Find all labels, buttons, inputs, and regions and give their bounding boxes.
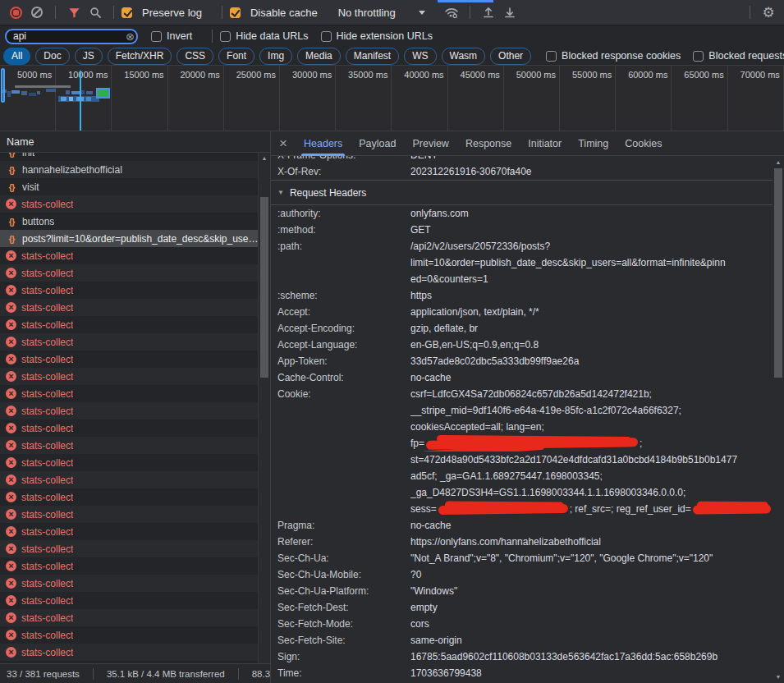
filter-pill-img[interactable]: Img xyxy=(259,48,292,65)
request-row[interactable]: ×stats-collect xyxy=(0,333,259,351)
request-row[interactable]: {}posts?limit=10&order=publish_date_desc… xyxy=(0,230,259,247)
request-row[interactable]: ×stats-collect xyxy=(0,437,259,454)
header-row: Accept-Encoding:gzip, deflate, br xyxy=(271,320,773,337)
filter-pill-manifest[interactable]: Manifest xyxy=(346,48,399,65)
filter-pill-js[interactable]: JS xyxy=(75,48,103,65)
error-icon: × xyxy=(6,474,16,485)
header-row: Accept-Language:en-GB,en-US;q=0.9,en;q=0… xyxy=(271,337,773,353)
error-icon: × xyxy=(6,250,16,261)
request-row[interactable]: {}init xyxy=(0,153,259,161)
header-value: "Windows" xyxy=(410,583,773,599)
tab-payload[interactable]: Payload xyxy=(351,131,404,156)
waterfall-bar xyxy=(7,91,11,97)
filter-pill-font[interactable]: Font xyxy=(218,48,254,65)
checkbox-hide-data-urls[interactable]: Hide data URLs xyxy=(220,30,308,42)
filter-pill-ws[interactable]: WS xyxy=(404,48,436,65)
scrollbar-thumb[interactable] xyxy=(774,168,782,378)
scroll-up-icon[interactable]: ▲ xyxy=(259,153,270,163)
timeline-overview[interactable]: 5000 ms10000 ms15000 ms20000 ms25000 ms3… xyxy=(0,66,784,131)
disable-cache-checkbox[interactable]: Disable cache xyxy=(230,7,318,19)
header-row: :path:/api2/v2/users/20572336/posts?limi… xyxy=(271,238,773,287)
header-row: Sign:16785:5aad9602cf110608b03133de56364… xyxy=(271,649,773,665)
import-har-button[interactable] xyxy=(478,2,499,22)
request-rows: {}init{}hannahelizabethofficial{}visit×s… xyxy=(0,153,259,663)
scroll-down-icon[interactable]: ▼ xyxy=(773,672,784,682)
filter-pill-doc[interactable]: Doc xyxy=(35,48,69,65)
filter-pill-all[interactable]: All xyxy=(3,48,30,65)
request-row[interactable]: ×stats-collect xyxy=(0,488,259,506)
request-row[interactable]: ×stats-collect xyxy=(0,247,259,264)
request-row[interactable]: ×stats-collect xyxy=(0,471,259,488)
throttling-dropdown[interactable]: No throttling xyxy=(333,7,425,19)
tab-cookies[interactable]: Cookies xyxy=(617,131,670,156)
tab-timing[interactable]: Timing xyxy=(570,131,617,156)
checkbox-invert[interactable]: Invert xyxy=(151,30,192,42)
request-row[interactable]: ×stats-collect xyxy=(0,644,259,661)
request-row[interactable]: ×stats-collect xyxy=(0,402,259,419)
clear-filter-icon[interactable]: ⊗ xyxy=(126,30,135,44)
request-row[interactable]: ×stats-collect xyxy=(0,540,259,557)
tab-initiator[interactable]: Initiator xyxy=(520,131,570,156)
request-row[interactable]: ×stats-collect xyxy=(0,419,259,437)
request-row[interactable]: ×stats-collect xyxy=(0,385,259,402)
header-name: Sec-Ch-Ua-Platform: xyxy=(277,583,410,599)
request-row[interactable]: ×stats-collect xyxy=(0,506,259,523)
request-row[interactable]: ×stats-collect xyxy=(0,523,259,540)
filter-pill-css[interactable]: CSS xyxy=(177,48,213,65)
checkbox-hide-extension-urls[interactable]: Hide extension URLs xyxy=(321,30,433,42)
checkbox-blocked-response-cookies[interactable]: Blocked response cookies xyxy=(546,50,681,62)
request-name: stats-collect xyxy=(21,285,73,296)
section-title: Request Headers xyxy=(290,187,366,199)
filter-pill-media[interactable]: Media xyxy=(297,48,341,65)
name-column-header[interactable]: Name xyxy=(0,131,270,153)
scrollbar-thumb[interactable] xyxy=(260,197,268,378)
waterfall-bar xyxy=(15,85,71,88)
filter-pill-wasm[interactable]: Wasm xyxy=(442,48,486,65)
request-name: hannahelizabethofficial xyxy=(22,164,122,176)
export-har-button[interactable] xyxy=(499,2,520,22)
tab-response[interactable]: Response xyxy=(457,131,520,156)
request-row[interactable]: ×stats-collect xyxy=(0,626,259,644)
error-icon: × xyxy=(6,388,16,399)
request-row[interactable]: ×stats-collect xyxy=(0,282,259,299)
section-header-request-headers[interactable]: ▼Request Headers xyxy=(271,181,773,205)
header-value: no-cache xyxy=(410,369,773,386)
request-row[interactable]: {}buttons xyxy=(0,213,259,230)
settings-button[interactable]: ⚙ xyxy=(758,2,779,22)
request-row[interactable]: ×stats-collect xyxy=(0,195,259,213)
request-row[interactable]: ×stats-collect xyxy=(0,264,259,282)
header-name: Sec-Fetch-Site: xyxy=(277,632,410,649)
filter-input[interactable] xyxy=(5,29,138,44)
close-details-button[interactable]: × xyxy=(271,131,296,156)
request-row[interactable]: ×stats-collect xyxy=(0,454,259,471)
header-value: 202312261916-30670fa40e xyxy=(410,163,773,180)
request-row[interactable]: ×stats-collect xyxy=(0,575,259,592)
timeline-grip-handle[interactable] xyxy=(1,68,5,103)
request-row[interactable]: ×stats-collect xyxy=(0,592,259,609)
request-row[interactable]: ×stats-collect xyxy=(0,609,259,626)
request-row[interactable]: {}visit xyxy=(0,178,259,195)
filter-toggle-button[interactable] xyxy=(63,2,85,22)
request-row[interactable]: ×stats-collect xyxy=(0,351,259,368)
scroll-up-icon[interactable]: ▲ xyxy=(773,157,784,167)
request-list-scrollbar[interactable]: ▲ xyxy=(258,153,270,663)
request-name: stats-collect xyxy=(21,578,73,589)
redaction-scribble xyxy=(438,504,568,515)
request-row[interactable]: ×stats-collect xyxy=(0,368,259,385)
request-row[interactable]: ×stats-collect xyxy=(0,299,259,316)
request-row[interactable]: ×stats-collect xyxy=(0,557,259,575)
record-button[interactable] xyxy=(5,2,26,22)
search-button[interactable] xyxy=(85,2,106,22)
clear-button[interactable] xyxy=(26,2,48,22)
checkbox-blocked-requests[interactable]: Blocked requests xyxy=(693,50,784,62)
tab-preview[interactable]: Preview xyxy=(404,131,456,156)
details-scrollbar[interactable]: ▲ ▼ xyxy=(773,156,784,683)
request-row[interactable]: {}hannahelizabethofficial xyxy=(0,161,259,178)
tab-headers[interactable]: Headers xyxy=(296,131,351,156)
request-row[interactable]: ×stats-collect xyxy=(0,316,259,333)
filter-pill-other[interactable]: Other xyxy=(490,48,531,65)
network-conditions-button[interactable] xyxy=(441,2,462,22)
filter-pill-fetch-xhr[interactable]: Fetch/XHR xyxy=(108,48,172,65)
preserve-log-checkbox[interactable]: Preserve log xyxy=(121,7,202,19)
waterfall-bar xyxy=(71,91,80,94)
